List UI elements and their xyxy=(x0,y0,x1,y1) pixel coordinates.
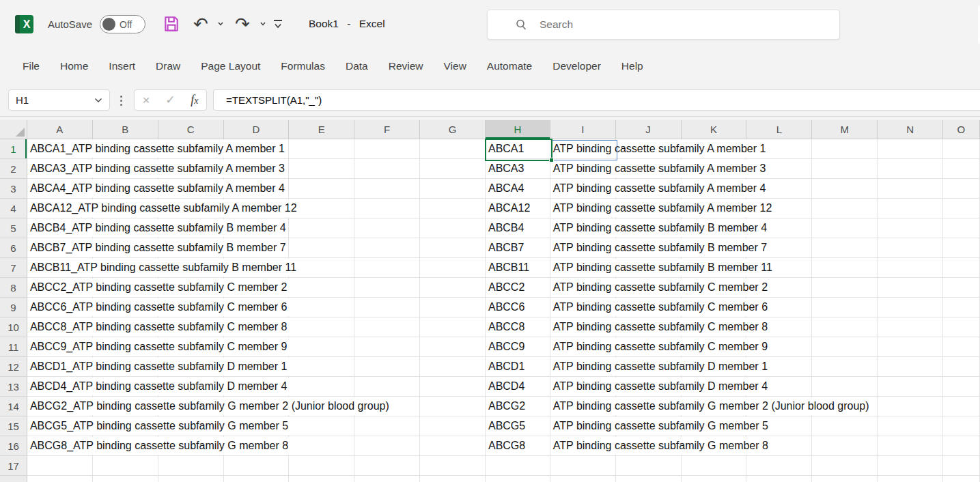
cell-M8[interactable] xyxy=(812,278,878,298)
cell-M2[interactable] xyxy=(812,159,878,179)
cell-I16[interactable]: ATP binding cassette subfamily G member … xyxy=(550,436,616,456)
cell-M13[interactable] xyxy=(812,377,878,397)
cell-O4[interactable] xyxy=(943,199,980,218)
cell-G7[interactable] xyxy=(420,258,486,278)
cell-C18[interactable] xyxy=(158,476,224,482)
cell-E12[interactable] xyxy=(289,357,354,377)
cell-N3[interactable] xyxy=(878,179,943,199)
cell-H15[interactable]: ABCG5 xyxy=(486,416,550,436)
cell-M4[interactable] xyxy=(812,199,878,218)
cell-F6[interactable] xyxy=(354,238,420,258)
cell-N5[interactable] xyxy=(878,218,943,238)
cell-G1[interactable] xyxy=(420,139,486,159)
cell-M6[interactable] xyxy=(812,238,878,258)
undo-button[interactable]: ↶ xyxy=(189,12,212,36)
cell-G14[interactable] xyxy=(420,397,486,416)
cell-N10[interactable] xyxy=(878,317,943,337)
cell-I15[interactable]: ATP binding cassette subfamily G member … xyxy=(550,416,616,436)
cell-G17[interactable] xyxy=(420,456,486,476)
cell-M7[interactable] xyxy=(812,258,878,278)
col-header-N[interactable]: N xyxy=(878,120,943,139)
tab-developer[interactable]: Developer xyxy=(542,55,611,78)
cell-H10[interactable]: ABCC8 xyxy=(486,317,550,337)
cell-A1[interactable]: ABCA1_ATP binding cassette subfamily A m… xyxy=(27,139,93,159)
cell-G15[interactable] xyxy=(420,416,486,436)
cell-O13[interactable] xyxy=(943,377,980,397)
cell-A11[interactable]: ABCC9_ATP binding cassette subfamily C m… xyxy=(27,337,93,357)
cell-E16[interactable] xyxy=(289,436,354,456)
cell-A2[interactable]: ABCA3_ATP binding cassette subfamily A m… xyxy=(27,159,93,179)
cell-H9[interactable]: ABCC6 xyxy=(486,298,550,317)
cell-O18[interactable] xyxy=(943,476,980,482)
cell-B17[interactable] xyxy=(93,456,158,476)
cell-E10[interactable] xyxy=(289,317,354,337)
col-header-J[interactable]: J xyxy=(616,120,682,139)
cell-A6[interactable]: ABCB7_ATP binding cassette subfamily B m… xyxy=(27,238,93,258)
row-header-12[interactable]: 12 xyxy=(0,357,27,377)
cell-M5[interactable] xyxy=(812,218,878,238)
cell-F7[interactable] xyxy=(354,258,420,278)
cell-M15[interactable] xyxy=(812,416,878,436)
cell-N13[interactable] xyxy=(878,377,943,397)
cell-E1[interactable] xyxy=(289,139,354,159)
cell-L17[interactable] xyxy=(746,456,812,476)
cell-F13[interactable] xyxy=(354,377,420,397)
cell-M11[interactable] xyxy=(812,337,878,357)
cell-H3[interactable]: ABCA4 xyxy=(486,179,550,199)
cell-O1[interactable] xyxy=(943,139,980,159)
cell-F11[interactable] xyxy=(354,337,420,357)
cell-N6[interactable] xyxy=(878,238,943,258)
cell-E7[interactable] xyxy=(289,258,354,278)
cell-O7[interactable] xyxy=(943,258,980,278)
tab-data[interactable]: Data xyxy=(335,55,378,78)
cell-F12[interactable] xyxy=(354,357,420,377)
name-box[interactable]: H1 xyxy=(8,89,110,111)
cell-F5[interactable] xyxy=(354,218,420,238)
cell-F3[interactable] xyxy=(354,179,420,199)
cell-H1[interactable]: ABCA1 xyxy=(486,139,550,159)
cell-G6[interactable] xyxy=(420,238,486,258)
col-header-L[interactable]: L xyxy=(746,120,812,139)
cell-F2[interactable] xyxy=(354,159,420,179)
cell-A15[interactable]: ABCG5_ATP binding cassette subfamily G m… xyxy=(27,416,93,436)
cell-N17[interactable] xyxy=(878,456,943,476)
cell-O5[interactable] xyxy=(943,218,980,238)
cell-E18[interactable] xyxy=(289,476,354,482)
cell-O9[interactable] xyxy=(943,298,980,317)
cell-H7[interactable]: ABCB11 xyxy=(486,258,550,278)
cell-O14[interactable] xyxy=(943,397,980,416)
cell-G9[interactable] xyxy=(420,298,486,317)
cell-I4[interactable]: ATP binding cassette subfamily A member … xyxy=(550,199,616,218)
cell-F18[interactable] xyxy=(354,476,420,482)
row-header-8[interactable]: 8 xyxy=(0,278,27,298)
col-header-H[interactable]: H xyxy=(486,120,550,139)
cell-I12[interactable]: ATP binding cassette subfamily D member … xyxy=(550,357,616,377)
cell-I9[interactable]: ATP binding cassette subfamily C member … xyxy=(550,298,616,317)
cell-E6[interactable] xyxy=(289,238,354,258)
cell-A7[interactable]: ABCB11_ATP binding cassette subfamily B … xyxy=(27,258,93,278)
cell-O15[interactable] xyxy=(943,416,980,436)
formula-bar-resize-handle[interactable] xyxy=(117,90,124,111)
cell-E3[interactable] xyxy=(289,179,354,199)
cell-N14[interactable] xyxy=(878,397,943,416)
formula-input[interactable]: =TEXTSPLIT(A1,"_") xyxy=(213,89,980,111)
row-header-3[interactable]: 3 xyxy=(0,179,27,199)
cell-D18[interactable] xyxy=(224,476,290,482)
cell-H18[interactable] xyxy=(486,476,550,482)
cell-F4[interactable] xyxy=(354,199,420,218)
cell-M1[interactable] xyxy=(812,139,878,159)
cancel-icon[interactable]: × xyxy=(142,94,150,107)
row-header-17[interactable]: 17 xyxy=(0,456,27,476)
cell-N12[interactable] xyxy=(878,357,943,377)
cell-A16[interactable]: ABCG8_ATP binding cassette subfamily G m… xyxy=(27,436,93,456)
row-header-4[interactable]: 4 xyxy=(0,199,27,218)
cell-O3[interactable] xyxy=(943,179,980,199)
col-header-C[interactable]: C xyxy=(158,120,224,139)
cell-K17[interactable] xyxy=(682,456,747,476)
cell-E9[interactable] xyxy=(289,298,354,317)
tab-formulas[interactable]: Formulas xyxy=(270,55,335,78)
cell-E15[interactable] xyxy=(289,416,354,436)
row-header-2[interactable]: 2 xyxy=(0,159,27,179)
cell-G16[interactable] xyxy=(420,436,486,456)
cell-E2[interactable] xyxy=(289,159,354,179)
